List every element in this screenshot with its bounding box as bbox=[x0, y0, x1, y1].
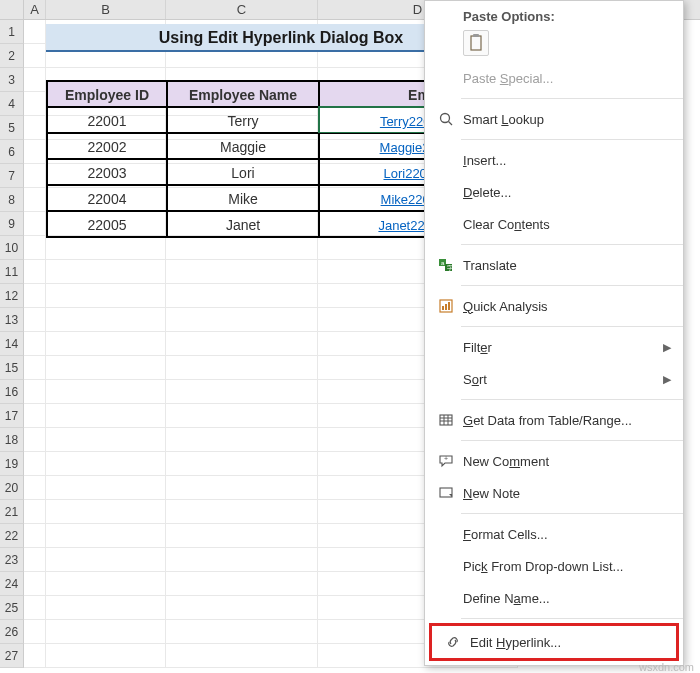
chevron-right-icon: ▶ bbox=[663, 373, 671, 386]
menu-label: Format Cells... bbox=[463, 527, 671, 542]
menu-clear-contents[interactable]: Clear Contents bbox=[425, 208, 683, 240]
menu-format-cells[interactable]: Format Cells... bbox=[425, 518, 683, 550]
row-header[interactable]: 7 bbox=[0, 164, 24, 188]
cell-id[interactable]: 22004 bbox=[47, 185, 167, 211]
menu-new-note[interactable]: New Note bbox=[425, 477, 683, 509]
cell-id[interactable]: 22005 bbox=[47, 211, 167, 237]
menu-label: Filter bbox=[463, 340, 663, 355]
note-icon bbox=[435, 483, 457, 503]
paste-keep-source-button[interactable] bbox=[463, 30, 489, 56]
menu-sort[interactable]: Sort ▶ bbox=[425, 363, 683, 395]
row-header[interactable]: 20 bbox=[0, 476, 24, 500]
comment-icon: + bbox=[435, 451, 457, 471]
row-header[interactable]: 18 bbox=[0, 428, 24, 452]
row-header[interactable]: 17 bbox=[0, 404, 24, 428]
header-employee-name[interactable]: Employee Name bbox=[167, 81, 319, 107]
select-all-corner[interactable] bbox=[0, 0, 24, 19]
row-header[interactable]: 14 bbox=[0, 332, 24, 356]
svg-point-2 bbox=[441, 114, 450, 123]
menu-label: Sort bbox=[463, 372, 663, 387]
row-header[interactable]: 8 bbox=[0, 188, 24, 212]
paste-options-label: Paste Options: bbox=[425, 5, 683, 26]
svg-rect-12 bbox=[440, 415, 452, 425]
cell-name[interactable]: Lori bbox=[167, 159, 319, 185]
svg-line-3 bbox=[449, 122, 453, 126]
translate-icon: a字 bbox=[435, 255, 457, 275]
row-header[interactable]: 25 bbox=[0, 596, 24, 620]
menu-edit-hyperlink[interactable]: Edit Hyperlink... bbox=[432, 626, 676, 658]
menu-label: Quick Analysis bbox=[463, 299, 671, 314]
chevron-right-icon: ▶ bbox=[663, 341, 671, 354]
highlight-annotation: Edit Hyperlink... bbox=[429, 623, 679, 661]
col-header-B[interactable]: B bbox=[46, 0, 166, 19]
svg-rect-1 bbox=[473, 34, 479, 37]
row-header[interactable]: 22 bbox=[0, 524, 24, 548]
menu-label: Translate bbox=[463, 258, 671, 273]
search-icon bbox=[435, 109, 457, 129]
cell-id[interactable]: 22001 bbox=[47, 107, 167, 133]
row-header[interactable]: 11 bbox=[0, 260, 24, 284]
cell-name[interactable]: Mike bbox=[167, 185, 319, 211]
row-header[interactable]: 16 bbox=[0, 380, 24, 404]
row-header[interactable]: 24 bbox=[0, 572, 24, 596]
svg-rect-0 bbox=[471, 36, 481, 50]
row-header[interactable]: 5 bbox=[0, 116, 24, 140]
menu-translate[interactable]: a字 Translate bbox=[425, 249, 683, 281]
menu-label: Clear Contents bbox=[463, 217, 671, 232]
menu-label: Edit Hyperlink... bbox=[470, 635, 664, 650]
row-header[interactable]: 19 bbox=[0, 452, 24, 476]
row-header[interactable]: 26 bbox=[0, 620, 24, 644]
menu-label: Define Name... bbox=[463, 591, 671, 606]
cell-name[interactable]: Maggie bbox=[167, 133, 319, 159]
menu-label: Get Data from Table/Range... bbox=[463, 413, 671, 428]
row-header[interactable]: 2 bbox=[0, 44, 24, 68]
svg-text:字: 字 bbox=[447, 264, 453, 271]
menu-label: Paste Special... bbox=[463, 71, 671, 86]
row-header[interactable]: 10 bbox=[0, 236, 24, 260]
row-header[interactable]: 3 bbox=[0, 68, 24, 92]
menu-pick-from-list[interactable]: Pick From Drop-down List... bbox=[425, 550, 683, 582]
menu-delete[interactable]: Delete... bbox=[425, 176, 683, 208]
col-header-C[interactable]: C bbox=[166, 0, 318, 19]
cell-id[interactable]: 22003 bbox=[47, 159, 167, 185]
watermark: wsxdn.com bbox=[639, 661, 694, 673]
svg-rect-10 bbox=[445, 304, 447, 310]
row-header[interactable]: 6 bbox=[0, 140, 24, 164]
row-header[interactable]: 15 bbox=[0, 356, 24, 380]
menu-paste-special: Paste Special... bbox=[425, 62, 683, 94]
menu-label: New Note bbox=[463, 486, 671, 501]
menu-label: New Comment bbox=[463, 454, 671, 469]
row-header[interactable]: 12 bbox=[0, 284, 24, 308]
context-menu: Paste Options: Paste Special... Smart Lo… bbox=[424, 0, 684, 666]
row-header[interactable]: 4 bbox=[0, 92, 24, 116]
menu-define-name[interactable]: Define Name... bbox=[425, 582, 683, 614]
header-employee-id[interactable]: Employee ID bbox=[47, 81, 167, 107]
row-header[interactable]: 1 bbox=[0, 20, 24, 44]
menu-label: Insert... bbox=[463, 153, 671, 168]
row-header[interactable]: 27 bbox=[0, 644, 24, 668]
clipboard-icon bbox=[468, 34, 484, 52]
svg-rect-11 bbox=[448, 302, 450, 310]
row-header[interactable]: 21 bbox=[0, 500, 24, 524]
row-header[interactable]: 9 bbox=[0, 212, 24, 236]
row-header[interactable]: 23 bbox=[0, 548, 24, 572]
menu-label: Smart Lookup bbox=[463, 112, 671, 127]
menu-smart-lookup[interactable]: Smart Lookup bbox=[425, 103, 683, 135]
menu-new-comment[interactable]: + New Comment bbox=[425, 445, 683, 477]
row-header[interactable]: 13 bbox=[0, 308, 24, 332]
menu-insert[interactable]: Insert... bbox=[425, 144, 683, 176]
cell-id[interactable]: 22002 bbox=[47, 133, 167, 159]
cell-name[interactable]: Janet bbox=[167, 211, 319, 237]
link-icon bbox=[442, 632, 464, 652]
menu-label: Delete... bbox=[463, 185, 671, 200]
menu-quick-analysis[interactable]: Quick Analysis bbox=[425, 290, 683, 322]
cell-name[interactable]: Terry bbox=[167, 107, 319, 133]
menu-filter[interactable]: Filter ▶ bbox=[425, 331, 683, 363]
table-icon bbox=[435, 410, 457, 430]
menu-label: Pick From Drop-down List... bbox=[463, 559, 671, 574]
menu-get-data[interactable]: Get Data from Table/Range... bbox=[425, 404, 683, 436]
svg-rect-18 bbox=[440, 488, 452, 497]
svg-rect-9 bbox=[442, 306, 444, 310]
svg-text:+: + bbox=[444, 455, 448, 462]
col-header-A[interactable]: A bbox=[24, 0, 46, 19]
